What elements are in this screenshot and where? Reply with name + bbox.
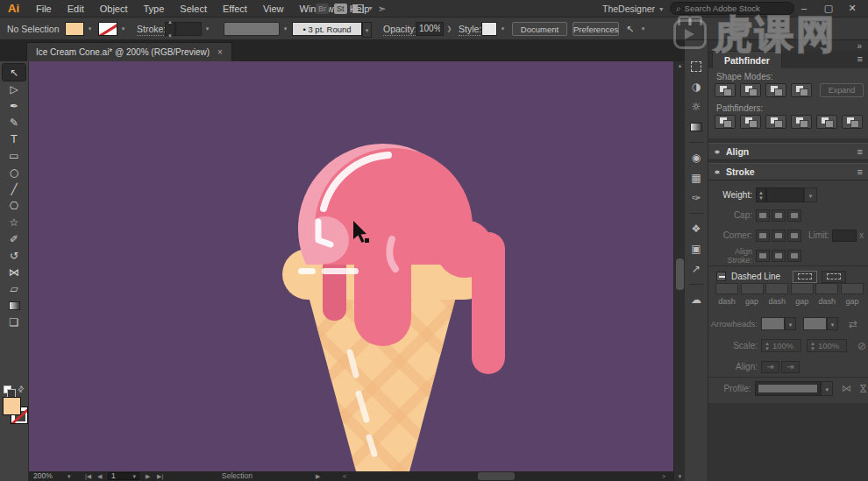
width-profile-dropdown[interactable] (755, 381, 822, 396)
align-arrow-tip-button[interactable]: ⇥ (761, 361, 779, 373)
align-panel-header[interactable]: Align ≡ (708, 143, 868, 160)
style-label[interactable]: Style: (459, 22, 481, 36)
swap-fill-stroke-icon[interactable]: ⇄ (16, 384, 26, 394)
hscroll-left-icon[interactable]: < (343, 472, 346, 480)
free-transform-tool[interactable]: ▱ (3, 280, 25, 297)
opacity-label[interactable]: Opacity: (383, 22, 417, 36)
divide-button[interactable] (715, 115, 736, 129)
stroke-panel-header[interactable]: Stroke ≡ (708, 163, 868, 180)
dash-0-input[interactable] (715, 283, 738, 294)
menu-effect[interactable]: Effect (215, 4, 255, 14)
arrowhead-scale-end-field[interactable]: ▲▼100% (807, 339, 847, 352)
ellipse-tool[interactable]: ○ (3, 164, 25, 180)
rectangle-tool[interactable]: ▭ (3, 147, 25, 164)
align-menu-icon[interactable]: ≡ (857, 147, 863, 157)
opacity-chevron-icon[interactable]: ❯ (445, 22, 454, 36)
merge-button[interactable] (765, 115, 786, 129)
reflect-tool[interactable]: ⋈ (3, 264, 25, 280)
options-chevron-icon[interactable]: ▾ (638, 22, 648, 36)
export-panel-icon[interactable]: ↗ (688, 262, 704, 276)
minus-front-button[interactable] (740, 83, 761, 97)
fill-color-swatch[interactable] (65, 22, 84, 36)
profile-chevron-icon[interactable]: ▾ (821, 381, 833, 396)
appearance-panel-icon[interactable]: ☼ (688, 100, 704, 114)
swap-arrowheads-icon[interactable]: ⇄ (849, 318, 857, 330)
dash-preset-2-button[interactable] (822, 271, 846, 283)
projecting-cap-button[interactable] (787, 209, 801, 222)
align-stroke-center-button[interactable] (756, 250, 770, 262)
brushes-panel-icon[interactable]: ✑ (688, 191, 704, 205)
menu-view[interactable]: View (255, 4, 292, 14)
unlink-scale-icon[interactable]: ⊘ (857, 340, 866, 352)
workspace-switcher[interactable]: TheDesigner ▾ (602, 0, 663, 18)
collapse-toggle-icon[interactable] (715, 167, 721, 177)
stroke-weight-field[interactable] (175, 22, 202, 36)
miter-join-button[interactable] (756, 230, 770, 242)
layers-panel-icon[interactable]: ❖ (688, 222, 704, 236)
layout-icon[interactable] (352, 4, 364, 13)
rotate-tool[interactable]: ↺ (3, 247, 25, 264)
gradient-panel-icon[interactable] (688, 120, 704, 134)
gap-5-input[interactable] (841, 283, 864, 294)
menu-file[interactable]: File (28, 4, 60, 14)
zoom-level[interactable]: 200% (33, 472, 53, 480)
maximize-button[interactable]: ▢ (818, 0, 839, 16)
curvature-tool[interactable]: ✎ (3, 114, 25, 131)
collapse-toggle-icon[interactable] (715, 147, 721, 157)
gap-1-input[interactable] (741, 283, 764, 294)
gap-3-input[interactable] (791, 283, 814, 294)
artboard-tool[interactable]: ❏ (3, 314, 25, 330)
stroke-menu-icon[interactable]: ≡ (857, 167, 863, 177)
fill-chevron-icon[interactable]: ▾ (85, 22, 95, 36)
vertical-scrollbar[interactable]: ▲ ▼ (673, 61, 685, 481)
minimize-button[interactable]: – (793, 0, 815, 16)
align-arrow-end-button[interactable]: ⇥ (781, 361, 800, 373)
bevel-join-button[interactable] (787, 230, 801, 242)
selection-tool[interactable]: ↖ (3, 64, 25, 81)
style-chevron-icon[interactable]: ▾ (498, 22, 508, 36)
last-artboard-icon[interactable]: ▶| (157, 472, 163, 480)
line-segment-tool[interactable]: ╱ (3, 180, 25, 197)
close-button[interactable]: ✕ (842, 0, 863, 16)
direct-selection-tool[interactable]: ▷ (3, 81, 25, 97)
star-tool[interactable]: ☆ (3, 214, 25, 230)
stock-search[interactable]: ⌕ (670, 2, 794, 15)
flip-across-icon[interactable]: ⋈ (857, 384, 868, 393)
swatches-panel-icon[interactable]: ▦ (688, 171, 704, 185)
dash-2-input[interactable] (765, 283, 788, 294)
polygon-tool[interactable]: ⎔ (3, 197, 25, 214)
exclude-button[interactable] (791, 83, 812, 97)
type-tool[interactable]: T (3, 131, 25, 147)
tab-close-icon[interactable]: × (217, 47, 223, 57)
artboards-panel-icon[interactable]: ▣ (688, 242, 704, 256)
arrowhead-start-chevron-icon[interactable]: ▾ (785, 317, 796, 330)
limit-field[interactable] (832, 230, 857, 242)
next-artboard-icon[interactable]: ▶ (146, 472, 150, 480)
artboard-canvas[interactable] (29, 61, 673, 471)
status-flyout-icon[interactable]: ▶ (316, 472, 320, 480)
minus-back-button[interactable] (842, 115, 863, 129)
align-stroke-outside-button[interactable] (787, 250, 801, 262)
arrowhead-end-chevron-icon[interactable]: ▾ (827, 317, 838, 330)
preferences-button[interactable]: Preferences (573, 22, 619, 36)
outline-button[interactable] (816, 115, 837, 129)
intersect-button[interactable] (765, 83, 786, 97)
fill-swatch[interactable] (3, 397, 21, 415)
tab-pathfinder[interactable]: Pathfinder (712, 51, 782, 68)
arrowhead-start-dropdown[interactable] (761, 317, 785, 330)
crop-button[interactable] (791, 115, 812, 129)
zoom-chevron-icon[interactable]: ▾ (68, 472, 71, 480)
arrowhead-end-dropdown[interactable] (803, 317, 827, 330)
stroke-color-swatch[interactable] (98, 22, 117, 36)
pathfinder-menu-icon[interactable]: ≡ (857, 54, 863, 64)
weight-stepper[interactable]: ▲▼ (756, 187, 766, 202)
weight-chevron-icon[interactable]: ▾ (804, 187, 817, 202)
style-swatch[interactable] (481, 22, 497, 36)
pen-tool[interactable]: ✒ (3, 97, 25, 114)
bridge-icon[interactable]: Br (316, 4, 329, 14)
stroke-chevron-icon[interactable]: ▾ (118, 22, 128, 36)
variable-width-profile-dropdown[interactable] (224, 22, 280, 36)
creative-cloud-icon[interactable]: ☁ (688, 293, 704, 307)
trim-button[interactable] (740, 115, 761, 129)
dash-preset-1-button[interactable] (793, 271, 817, 283)
